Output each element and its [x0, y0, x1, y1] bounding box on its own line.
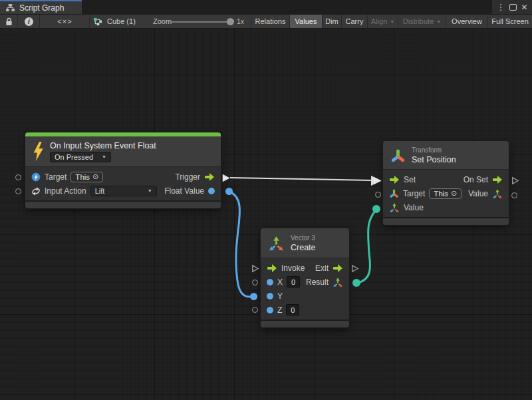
- zoom-label: Zoom: [153, 15, 172, 28]
- vector3-mini-icon: [332, 277, 343, 288]
- edit-graph-button[interactable]: <×>: [41, 15, 90, 28]
- float-port-icon: [267, 279, 273, 286]
- graph-asset-icon: [93, 17, 103, 26]
- graph-canvas[interactable]: On Input System Event Float On Pressed ▼…: [0, 29, 532, 400]
- transform-set-input-port[interactable]: [372, 176, 382, 186]
- transform-node-header[interactable]: Transform Set Position: [383, 141, 509, 170]
- maximize-icon[interactable]: [509, 4, 517, 11]
- chevron-down-icon: ▼: [148, 188, 152, 193]
- z-label: Z: [277, 305, 282, 315]
- vector3-invoke-input-port[interactable]: [251, 264, 259, 273]
- transform-onset-output-port[interactable]: [511, 176, 519, 185]
- x-label: X: [277, 278, 283, 287]
- value-in-label: Value: [404, 203, 424, 212]
- x-value-field[interactable]: 0: [287, 276, 300, 288]
- input-action-dropdown[interactable]: Lift ▼: [90, 186, 157, 196]
- vector3-mini-icon: [492, 188, 503, 199]
- invoke-label: Invoke: [281, 264, 305, 273]
- transform-target-value: This: [434, 190, 448, 198]
- node-on-input-system-event-float[interactable]: On Input System Event Float On Pressed ▼…: [25, 132, 221, 208]
- event-target-field[interactable]: This ⊙: [70, 172, 103, 182]
- values-button[interactable]: Values: [289, 15, 322, 28]
- graph-toolbar: i <×> Cube (1) Zoom 1x Relations Values …: [0, 14, 532, 29]
- event-node-title: On Input System Event Float: [50, 141, 156, 150]
- chevron-down-icon: ▼: [390, 19, 394, 24]
- on-set-label: On Set: [464, 175, 488, 184]
- object-picker-icon[interactable]: ⊙: [92, 173, 98, 180]
- vector3-node-subtitle: Vector 3: [291, 234, 316, 242]
- vector3-node-footer: [261, 319, 349, 327]
- transform-target-field[interactable]: This ⊙: [429, 188, 462, 199]
- event-input-action-row: Input Action Lift ▼ Float Value: [25, 184, 221, 198]
- transform-node-footer: [383, 217, 509, 225]
- relations-button[interactable]: Relations: [251, 15, 289, 28]
- carry-button[interactable]: Carry: [341, 15, 367, 28]
- chevron-down-icon: ▼: [436, 19, 441, 24]
- event-target-value: This: [75, 173, 90, 181]
- event-trigger-output-port[interactable]: [221, 173, 231, 183]
- dim-button[interactable]: Dim: [322, 15, 341, 28]
- vector3-x-row: X 0 Result: [261, 275, 349, 289]
- event-node-footer: [25, 200, 221, 208]
- vector3-z-row: Z 0: [261, 303, 349, 317]
- zoom-slider-track[interactable]: [172, 21, 233, 23]
- chevron-down-icon: ▼: [102, 154, 106, 159]
- lock-button[interactable]: [0, 15, 18, 28]
- event-mode-value: On Pressed: [55, 153, 93, 161]
- zoom-slider-handle[interactable]: [227, 18, 234, 25]
- float-port-icon: [267, 293, 273, 300]
- value-out-label: Value: [468, 189, 488, 198]
- transform-node-subtitle: Transform: [412, 146, 456, 154]
- transform-value-input-port[interactable]: [372, 205, 380, 213]
- event-floatvalue-output-port[interactable]: [225, 188, 233, 195]
- object-picker-icon[interactable]: ⊙: [451, 190, 457, 197]
- event-target-input-port[interactable]: [15, 174, 21, 180]
- float-wire-floatvalue-to-y[interactable]: [229, 192, 250, 297]
- target-label: Target: [45, 172, 66, 182]
- input-action-icon: [31, 186, 41, 196]
- node-vector3-create[interactable]: Vector 3 Create Invoke Exit: [261, 228, 349, 327]
- y-label: Y: [277, 292, 283, 301]
- lightning-bolt-icon: [33, 142, 44, 161]
- window-controls: ⋮ ✕: [492, 0, 532, 14]
- vector-wire-result-to-value[interactable]: [357, 210, 376, 283]
- distribute-dropdown[interactable]: Distribute▼: [398, 15, 446, 28]
- transform-mini-icon: [389, 188, 399, 198]
- overview-button[interactable]: Overview: [446, 15, 487, 28]
- float-port-icon: [208, 188, 215, 194]
- input-action-label: Input Action: [45, 186, 86, 196]
- zoom-scale-value: 1x: [237, 15, 244, 28]
- more-menu-icon[interactable]: ⋮: [496, 3, 505, 11]
- flow-arrow-icon: [492, 176, 503, 184]
- float-port-icon: [267, 307, 273, 313]
- vector3-z-input-port[interactable]: [252, 307, 258, 313]
- graph-name: Cube (1): [107, 17, 136, 25]
- event-mode-dropdown[interactable]: On Pressed ▼: [50, 152, 111, 162]
- node-transform-set-position[interactable]: Transform Set Position Set On Set: [383, 141, 509, 225]
- z-value-field[interactable]: 0: [286, 304, 299, 315]
- code-brackets-icon: <×>: [57, 17, 72, 25]
- vector3-result-output-port[interactable]: [352, 279, 360, 287]
- vector3-x-input-port[interactable]: [252, 280, 258, 286]
- close-icon[interactable]: ✕: [521, 3, 527, 11]
- full-screen-button[interactable]: Full Screen: [487, 15, 532, 28]
- align-dropdown[interactable]: Align▼: [367, 15, 398, 28]
- exit-label: Exit: [315, 264, 329, 273]
- transform-target-row: Target This ⊙ Value: [383, 186, 509, 200]
- event-node-header[interactable]: On Input System Event Float On Pressed ▼: [25, 136, 221, 167]
- transform-target-input-port[interactable]: [375, 192, 381, 198]
- vector3-node-title: Create: [291, 243, 316, 252]
- vector3-icon: [268, 235, 285, 252]
- vector3-node-header[interactable]: Vector 3 Create: [261, 228, 349, 258]
- graph-breadcrumb[interactable]: Cube (1): [93, 15, 136, 28]
- control-wire-trigger-to-set[interactable]: [230, 178, 372, 180]
- info-button[interactable]: i: [19, 15, 40, 28]
- result-label: Result: [306, 278, 329, 287]
- lock-icon: [5, 17, 13, 26]
- vector3-y-input-port[interactable]: [250, 293, 257, 300]
- transform-value-output-port[interactable]: [511, 192, 517, 198]
- tab-title: Script Graph: [19, 3, 64, 13]
- event-action-input-port[interactable]: [15, 188, 21, 194]
- vector3-exit-output-port[interactable]: [350, 264, 359, 273]
- tab-script-graph[interactable]: Script Graph: [0, 0, 82, 14]
